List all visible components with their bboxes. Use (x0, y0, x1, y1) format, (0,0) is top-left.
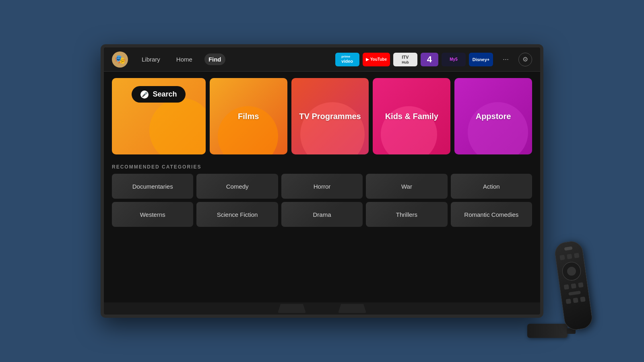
remote-bottom-buttons (566, 296, 586, 304)
remote-home-btn[interactable] (568, 291, 581, 296)
recommended-section: RECOMMENDED CATEGORIES Documentaries Com… (112, 164, 532, 227)
search-button-label: Search (153, 90, 177, 99)
service-ch4[interactable]: 4 (421, 53, 438, 66)
remote-btn-8[interactable] (573, 298, 578, 303)
remote-dpad-center (567, 266, 577, 276)
kids-family-label: Kids & Family (385, 112, 438, 121)
category-grid: Documentaries Comedy Horror War Action (112, 174, 532, 227)
tile-appstore[interactable]: Appstore (454, 78, 532, 154)
service-prime[interactable]: primevideo (335, 53, 359, 66)
tile-tv-programmes[interactable]: TV Programmes (291, 78, 369, 154)
nav-find[interactable]: Find (204, 53, 225, 65)
cat-horror-label: Horror (314, 183, 331, 190)
remote-mic (564, 247, 573, 251)
remote-btn-7[interactable] (566, 298, 572, 304)
remote-btn-3[interactable] (574, 253, 580, 258)
main-content: 🎤 Search Films TV Programmes Kids & Fami… (104, 72, 540, 302)
fire-tv-dongle (527, 324, 568, 338)
cat-action-label: Action (483, 183, 500, 190)
nav-home[interactable]: Home (172, 53, 196, 65)
cat-romantic-comedies-label: Romantic Comedies (464, 211, 518, 218)
tile-search[interactable]: 🎤 Search (112, 78, 206, 154)
remote-btn-5[interactable] (571, 283, 576, 289)
cat-romantic-comedies[interactable]: Romantic Comedies (451, 202, 532, 227)
cat-war-label: War (401, 183, 412, 190)
remote-btn-4[interactable] (564, 284, 570, 290)
search-button[interactable]: 🎤 Search (132, 86, 186, 103)
avatar[interactable]: 🎭 (112, 51, 128, 68)
nav-bar: 🎭 Library Home Find primevideo ▶ YouTube… (104, 47, 540, 72)
cat-drama-label: Drama (313, 211, 331, 218)
cat-documentaries[interactable]: Documentaries (112, 174, 193, 199)
service-youtube[interactable]: ▶ YouTube (363, 53, 390, 66)
cat-documentaries-label: Documentaries (132, 183, 173, 190)
remote-btn-2[interactable] (567, 254, 572, 259)
remote-dpad[interactable] (561, 261, 582, 282)
tv-programmes-label: TV Programmes (299, 112, 361, 121)
tv-leg-left (278, 304, 306, 313)
tv-leg-right (338, 304, 366, 313)
cat-horror[interactable]: Horror (281, 174, 363, 199)
tv-frame: 🎭 Library Home Find primevideo ▶ YouTube… (101, 44, 543, 318)
cat-comedy[interactable]: Comedy (196, 174, 278, 199)
cat-drama[interactable]: Drama (281, 202, 363, 227)
tile-kids-family[interactable]: Kids & Family (373, 78, 450, 154)
nav-more[interactable]: ··· (500, 53, 512, 65)
tv-screen: 🎭 Library Home Find primevideo ▶ YouTube… (104, 47, 540, 302)
microphone-icon: 🎤 (140, 90, 149, 99)
cat-thrillers-label: Thrillers (396, 211, 417, 218)
cat-westerns-label: Westerns (140, 211, 165, 218)
remote-btn-9[interactable] (580, 296, 586, 302)
category-row-2: Westerns Science Fiction Drama Thrillers (112, 202, 532, 227)
cat-action[interactable]: Action (451, 174, 532, 199)
remote-control (553, 240, 594, 331)
cat-thrillers[interactable]: Thrillers (366, 202, 447, 227)
cat-westerns[interactable]: Westerns (112, 202, 193, 227)
cat-science-fiction[interactable]: Science Fiction (196, 202, 278, 227)
service-itv[interactable]: ITVHub (393, 53, 417, 66)
cat-science-fiction-label: Science Fiction (217, 211, 258, 218)
remote-btn-6[interactable] (578, 282, 584, 288)
settings-button[interactable]: ⚙ (518, 53, 532, 66)
nav-library[interactable]: Library (138, 53, 164, 65)
category-row-1: Documentaries Comedy Horror War Action (112, 174, 532, 199)
cat-war[interactable]: War (366, 174, 447, 199)
recommended-title: RECOMMENDED CATEGORIES (112, 164, 532, 170)
service-my5[interactable]: My5 (442, 53, 466, 66)
remote-btn-1[interactable] (559, 255, 565, 260)
remote-mid-buttons (564, 282, 584, 290)
tile-films[interactable]: Films (210, 78, 287, 154)
nav-links: Library Home Find (138, 53, 225, 65)
service-logos: primevideo ▶ YouTube ITVHub 4 My5 Disney… (335, 53, 493, 66)
films-label: Films (238, 112, 259, 121)
gear-icon: ⚙ (522, 56, 528, 63)
tv-stand (104, 302, 540, 315)
service-disney[interactable]: Disney+ (469, 53, 493, 66)
cat-comedy-label: Comedy (226, 183, 249, 190)
main-tiles-row: 🎤 Search Films TV Programmes Kids & Fami… (112, 78, 532, 154)
appstore-label: Appstore (476, 112, 511, 121)
remote-top-buttons (559, 253, 579, 260)
